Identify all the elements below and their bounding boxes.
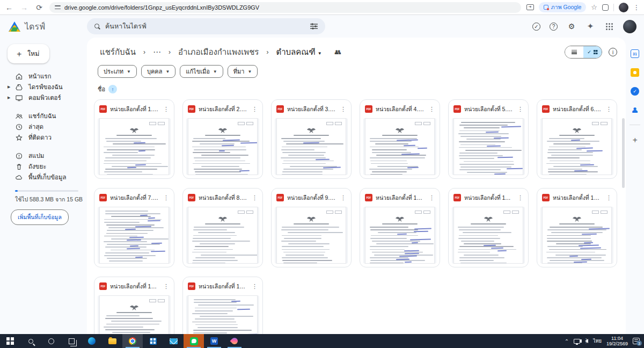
file-menu-icon[interactable]: ⋮ <box>604 194 613 201</box>
file-card[interactable]: PDFหน่วยเลือกตั้งที่ 14.pdf⋮ <box>182 277 263 334</box>
file-card[interactable]: PDFหน่วยเลือกตั้งที่ 3.pdf⋮ <box>271 99 352 179</box>
file-menu-icon[interactable]: ⋮ <box>427 106 436 113</box>
file-card[interactable]: PDFหน่วยเลือกตั้งที่ 11.pdf⋮ <box>448 188 529 267</box>
sort-by-name-label[interactable]: ชื่อ <box>98 84 105 94</box>
grid-view-button[interactable]: ✓ <box>583 46 602 58</box>
gemini-icon[interactable]: ✦ <box>586 21 595 31</box>
file-menu-icon[interactable]: ⋮ <box>250 194 259 201</box>
filter-chip-source[interactable]: ที่มา▼ <box>228 65 258 78</box>
file-card[interactable]: PDFหน่วยเลือกตั้งที่ 9.pdf⋮ <box>271 188 352 267</box>
cortana-button[interactable] <box>41 334 61 348</box>
sidebar-item-home[interactable]: หน้าแรก <box>0 71 87 82</box>
expand-caret-icon[interactable]: ▶ <box>8 85 10 89</box>
garuda-emblem <box>129 127 139 134</box>
back-icon[interactable]: ← <box>4 3 14 12</box>
taskbar-mail[interactable] <box>163 334 184 348</box>
get-more-storage-button[interactable]: เพิ่มพื้นที่เก็บข้อมูล <box>11 209 69 225</box>
sidebar-item-spam[interactable]: สแปม <box>0 150 87 161</box>
new-button[interactable]: ＋ ใหม่ <box>8 44 49 63</box>
file-card[interactable]: PDFหน่วยเลือกตั้งที่ 7.pdf⋮ <box>94 188 174 267</box>
taskbar-chrome[interactable] <box>122 334 143 348</box>
sidebar-item-computers[interactable]: ▶ คอมพิวเตอร์ <box>0 92 87 103</box>
search-input[interactable]: ค้นหาในไดรฟ์ <box>87 18 325 34</box>
network-icon[interactable] <box>574 339 580 344</box>
sidebar-item-trash[interactable]: ถังขยะ <box>0 161 87 172</box>
hidden-icons-chevron[interactable]: ⌃ <box>565 338 569 344</box>
reload-icon[interactable]: ⟳ <box>34 3 44 12</box>
sidebar-item-storage[interactable]: พื้นที่เก็บข้อมูล <box>0 172 87 183</box>
sidebar-item-recent[interactable]: ล่าสุด <box>0 121 87 132</box>
taskbar-paint3d[interactable] <box>224 334 245 348</box>
tasks-icon[interactable] <box>631 87 639 96</box>
file-card[interactable]: PDFหน่วยเลือกตั้งที่ 5.pdf⋮ <box>448 99 529 179</box>
filter-chip-modified[interactable]: แก้ไขเมื่อ▼ <box>180 65 223 78</box>
file-name: หน่วยเลือกตั้งที่ 11.pdf <box>464 193 513 202</box>
sidebar-item-my-drive[interactable]: ▶ ไดรฟ์ของฉัน <box>0 82 87 92</box>
breadcrumb-amphoe[interactable]: อำเภอเมืองกำแพงเพชร <box>176 45 261 60</box>
get-addons-icon[interactable]: ＋ <box>631 135 639 144</box>
volume-icon[interactable] <box>585 339 588 343</box>
file-menu-icon[interactable]: ⋮ <box>250 106 259 113</box>
keyboard-language-indicator[interactable]: ไทย <box>593 337 602 345</box>
file-menu-icon[interactable]: ⋮ <box>516 106 525 113</box>
forward-icon[interactable]: → <box>19 3 29 12</box>
details-info-icon[interactable]: i <box>609 48 617 56</box>
taskbar-word[interactable]: W <box>204 334 224 348</box>
contacts-icon[interactable]: 👤︎ <box>631 106 639 114</box>
file-menu-icon[interactable]: ⋮ <box>516 194 525 201</box>
address-bar[interactable]: drive.google.com/drive/folders/1Gnpz_usE… <box>49 2 521 13</box>
taskbar-clock[interactable]: 11:04 19/2/2569 <box>606 336 628 347</box>
file-card[interactable]: PDFหน่วยเลือกตั้งที่ 4.pdf⋮ <box>360 99 440 179</box>
sidebar-item-shared-with-me[interactable]: แชร์กับฉัน <box>0 111 87 121</box>
taskbar-file-explorer[interactable] <box>102 334 122 348</box>
taskbar-search-button[interactable] <box>20 334 41 348</box>
filter-chip-people[interactable]: บุคคล▼ <box>141 65 175 78</box>
help-icon[interactable]: ? <box>550 23 558 31</box>
taskbar-line[interactable] <box>184 334 204 348</box>
site-settings-icon[interactable] <box>55 5 61 10</box>
sidebar-item-starred[interactable]: ที่ติดดาว <box>0 132 87 143</box>
breadcrumb-collapsed[interactable]: ⋯ <box>151 46 163 58</box>
file-menu-icon[interactable]: ⋮ <box>427 194 436 201</box>
taskbar-store[interactable] <box>143 334 163 348</box>
keep-icon[interactable] <box>631 68 639 77</box>
breadcrumb-current-folder[interactable]: ตำบลคณฑี▼ <box>274 45 324 60</box>
extensions-icon[interactable] <box>602 4 609 11</box>
file-card[interactable]: PDFหน่วยเลือกตั้งที่ 6.pdf⋮ <box>537 99 617 179</box>
file-menu-icon[interactable]: ⋮ <box>604 106 613 113</box>
expand-caret-icon[interactable]: ▶ <box>8 96 10 100</box>
file-card[interactable]: PDFหน่วยเลือกตั้งที่ 12.pdf⋮ <box>537 188 617 267</box>
browser-menu-icon[interactable]: ⋮ <box>633 4 640 11</box>
filter-chip-type[interactable]: ประเภท▼ <box>98 65 137 78</box>
action-center-icon[interactable]: 3 <box>633 338 640 344</box>
task-view-button[interactable] <box>61 334 82 348</box>
calendar-icon[interactable]: 31 <box>631 49 639 58</box>
sort-ascending-icon[interactable]: ↑ <box>108 85 117 93</box>
file-menu-icon[interactable]: ⋮ <box>162 106 171 113</box>
google-lens-chip[interactable]: ภาพ Google <box>539 2 587 12</box>
file-card[interactable]: PDFหน่วยเลือกตั้งที่ 13.pdf⋮ <box>94 277 174 334</box>
file-menu-icon[interactable]: ⋮ <box>339 194 348 201</box>
file-card[interactable]: PDFหน่วยเลือกตั้งที่ 2.pdf⋮ <box>182 99 263 179</box>
bookmark-star-icon[interactable]: ☆ <box>591 3 597 11</box>
file-card[interactable]: PDFหน่วยเลือกตั้งที่ 8.pdf⋮ <box>182 188 263 267</box>
drive-brand[interactable]: ไดรฟ์ <box>0 20 87 33</box>
start-button[interactable] <box>0 334 20 348</box>
google-apps-grid-icon[interactable] <box>604 21 614 31</box>
search-filter-icon[interactable] <box>310 23 318 30</box>
file-menu-icon[interactable]: ⋮ <box>162 283 171 290</box>
scrollbar[interactable] <box>622 118 625 188</box>
file-menu-icon[interactable]: ⋮ <box>250 283 259 290</box>
offline-status-icon[interactable]: ✓ <box>532 23 540 31</box>
account-avatar[interactable] <box>623 20 636 33</box>
list-view-button[interactable] <box>565 46 583 58</box>
breadcrumb-shared-with-me[interactable]: แชร์กับฉัน <box>98 45 138 60</box>
file-card[interactable]: PDFหน่วยเลือกตั้งที่ 1.pdf⋮ <box>94 99 174 179</box>
file-card[interactable]: PDFหน่วยเลือกตั้งที่ 10.pdf⋮ <box>360 188 440 267</box>
settings-gear-icon[interactable]: ⚙ <box>567 21 576 31</box>
cast-icon[interactable] <box>526 4 534 10</box>
browser-profile-avatar[interactable] <box>619 3 628 12</box>
file-menu-icon[interactable]: ⋮ <box>162 194 171 201</box>
taskbar-edge[interactable] <box>82 334 102 348</box>
file-menu-icon[interactable]: ⋮ <box>339 106 348 113</box>
